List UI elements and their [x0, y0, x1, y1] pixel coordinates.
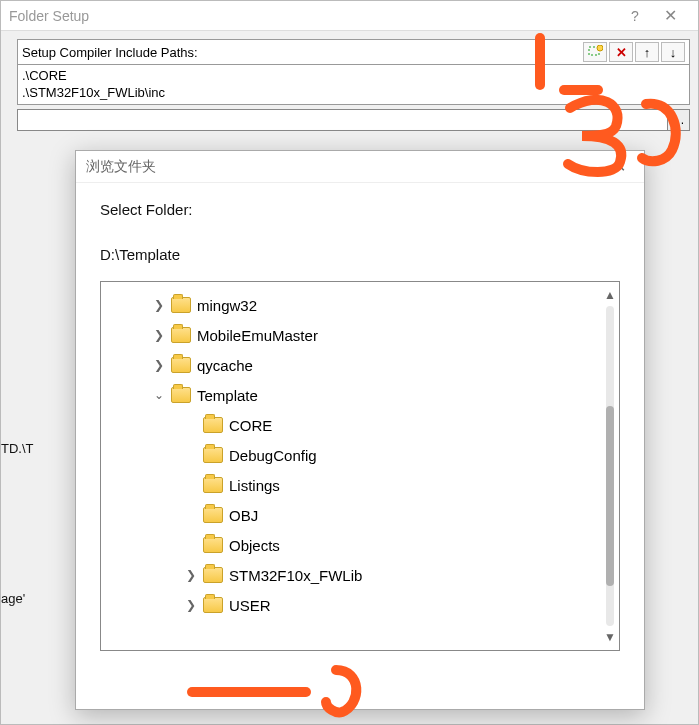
scroll-up-icon[interactable]: ▲ [604, 288, 616, 302]
tree-item[interactable]: ❯STM32F10x_FWLib [107, 560, 613, 590]
folder-icon [171, 327, 191, 343]
tree-item-label: Template [197, 387, 258, 404]
tree-item[interactable]: ❯CORE [107, 410, 613, 440]
folder-icon [171, 387, 191, 403]
tree-item-label: STM32F10x_FWLib [229, 567, 362, 584]
dialog-titlebar: 浏览文件夹 ✕ [76, 151, 644, 183]
path-input-row: ... [17, 109, 690, 131]
move-down-button[interactable]: ↓ [661, 42, 685, 62]
scroll-down-icon[interactable]: ▼ [604, 630, 616, 644]
close-button[interactable]: ✕ [650, 6, 690, 25]
window-title: Folder Setup [9, 8, 620, 24]
tree-item-label: Objects [229, 537, 280, 554]
tree-item[interactable]: ❯USER [107, 590, 613, 620]
folder-icon [203, 507, 223, 523]
tree-item-label: mingw32 [197, 297, 257, 314]
tree-item-label: Listings [229, 477, 280, 494]
chevron-down-icon[interactable]: ⌄ [151, 388, 167, 402]
chevron-right-icon[interactable]: ❯ [151, 298, 167, 312]
scrollbar-thumb[interactable] [606, 406, 614, 586]
folder-icon [203, 567, 223, 583]
folder-icon [171, 297, 191, 313]
browse-folder-dialog: 浏览文件夹 ✕ Select Folder: D:\Template ❯ming… [75, 150, 645, 710]
chevron-right-icon[interactable]: ❯ [151, 328, 167, 342]
path-input[interactable] [17, 109, 668, 131]
tree-item[interactable]: ❯Objects [107, 530, 613, 560]
svg-point-1 [597, 45, 603, 51]
dialog-close-button[interactable]: ✕ [604, 157, 634, 176]
include-paths-header: Setup Compiler Include Paths: ✕ ↑ ↓ [17, 39, 690, 65]
move-up-button[interactable]: ↑ [635, 42, 659, 62]
new-icon [587, 45, 603, 59]
tree-item[interactable]: ⌄Template [107, 380, 613, 410]
tree-item-label: CORE [229, 417, 272, 434]
folder-tree[interactable]: ❯mingw32❯MobileEmuMaster❯qycache⌄Templat… [100, 281, 620, 651]
tree-item-label: OBJ [229, 507, 258, 524]
include-paths-list[interactable]: .\CORE .\STM32F10x_FWLib\inc [17, 65, 690, 105]
dialog-prompt: Select Folder: [100, 201, 620, 218]
chevron-right-icon[interactable]: ❯ [151, 358, 167, 372]
browse-button[interactable]: ... [668, 109, 690, 131]
titlebar: Folder Setup ? ✕ [1, 1, 698, 31]
tree-item[interactable]: ❯qycache [107, 350, 613, 380]
scrollbar-track[interactable] [606, 306, 614, 626]
tree-item[interactable]: ❯MobileEmuMaster [107, 320, 613, 350]
tree-item-label: MobileEmuMaster [197, 327, 318, 344]
folder-icon [171, 357, 191, 373]
tree-item[interactable]: ❯DebugConfig [107, 440, 613, 470]
folder-icon [203, 477, 223, 493]
include-paths-label: Setup Compiler Include Paths: [22, 45, 581, 60]
folder-icon [203, 597, 223, 613]
tree-item-label: USER [229, 597, 271, 614]
tree-item[interactable]: ❯mingw32 [107, 290, 613, 320]
tree-item-label: qycache [197, 357, 253, 374]
folder-icon [203, 417, 223, 433]
tree-item-label: DebugConfig [229, 447, 317, 464]
chevron-right-icon[interactable]: ❯ [183, 568, 199, 582]
tree-item[interactable]: ❯OBJ [107, 500, 613, 530]
cropped-text: age' [1, 591, 25, 606]
new-path-button[interactable] [583, 42, 607, 62]
scrollbar[interactable]: ▲ ▼ [603, 288, 617, 644]
folder-icon [203, 537, 223, 553]
dialog-title: 浏览文件夹 [86, 158, 604, 176]
tree-item[interactable]: ❯Listings [107, 470, 613, 500]
cropped-text: TD.\T [1, 441, 34, 456]
chevron-right-icon[interactable]: ❯ [183, 598, 199, 612]
current-path: D:\Template [100, 246, 620, 263]
help-button[interactable]: ? [620, 8, 650, 24]
delete-path-button[interactable]: ✕ [609, 42, 633, 62]
folder-icon [203, 447, 223, 463]
